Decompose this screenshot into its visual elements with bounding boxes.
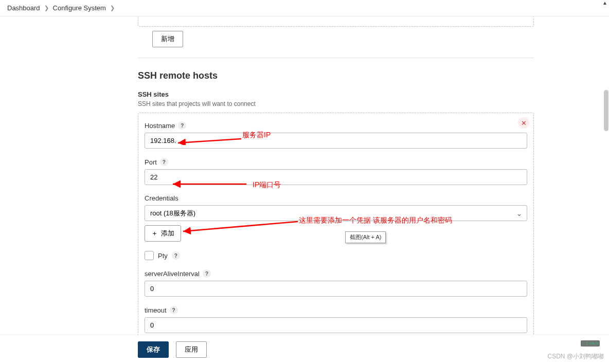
content-scroll[interactable]: 新增 SSH remote hosts SSH sites SSH sites … [0,16,609,345]
add-credentials-label: 添加 [161,229,174,238]
helptext-ssh-sites: SSH sites that projects will want to con… [138,100,534,107]
help-icon[interactable]: ? [170,306,178,314]
help-icon[interactable]: ? [178,121,186,130]
hostname-row: Hostname ? 服务器IP [145,121,527,149]
section-divider [138,58,534,58]
serveraliveinterval-input[interactable] [145,281,527,297]
breadcrumb: Dashboard ❯ Configure System ❯ [0,0,609,16]
timeout-row: timeout ? [145,306,527,333]
timeout-input[interactable] [145,317,527,333]
save-button[interactable]: 保存 [138,341,169,358]
port-row: Port ? IP端口号 [145,158,527,185]
timeout-label: timeout [145,306,167,314]
port-label: Port [145,158,157,166]
serveraliveinterval-row: serverAliveInterval ? [145,269,527,297]
chevron-right-icon: ❯ [110,5,115,11]
breadcrumb-configure-system[interactable]: Configure System [53,4,106,12]
svg-line-2 [183,222,298,231]
credentials-select[interactable]: root (18服务器) [145,205,527,221]
footer-action-bar: 保存 应用 [0,335,609,364]
plus-icon: ＋ [151,229,158,238]
apply-button[interactable]: 应用 [176,341,207,358]
add-new-button[interactable]: 新增 [152,31,183,47]
annotation-arrow-icon [181,220,299,235]
screenshot-tooltip: 截图(Alt + A) [345,231,386,243]
help-icon[interactable]: ? [203,269,211,278]
port-input[interactable] [145,169,527,185]
help-icon[interactable]: ? [172,251,180,260]
pty-checkbox[interactable] [145,251,154,260]
page-top-caret-icon: ▲ [602,0,607,6]
hostname-input[interactable] [145,133,527,149]
subheading-ssh-sites: SSH sites [138,90,534,98]
breadcrumb-dashboard[interactable]: Dashboard [7,4,40,12]
credentials-label: Credentials [145,194,178,202]
hostname-label: Hostname [145,122,175,130]
previous-section-box [138,16,534,27]
serveraliveinterval-label: serverAliveInterval [145,270,200,278]
section-title-ssh-remote-hosts: SSH remote hosts [138,70,534,81]
pty-label: Pty [158,252,168,260]
pty-row: Pty ? [145,251,527,260]
watermark-text: CSDN @小刘鸭嘟嘟 [547,352,604,361]
vertical-scrollbar[interactable] [604,90,608,131]
chevron-right-icon: ❯ [44,5,49,11]
add-credentials-button[interactable]: ＋ 添加 [145,225,181,242]
credentials-row: Credentials root (18服务器) ⌄ ＋ 添加 这里需要添加一个… [145,194,527,242]
network-speed-badge: ↑ 3.6K/s [581,340,600,347]
help-icon[interactable]: ? [160,158,168,166]
ssh-host-entry: ✕ Hostname ? 服务器IP Port ? [138,113,534,345]
